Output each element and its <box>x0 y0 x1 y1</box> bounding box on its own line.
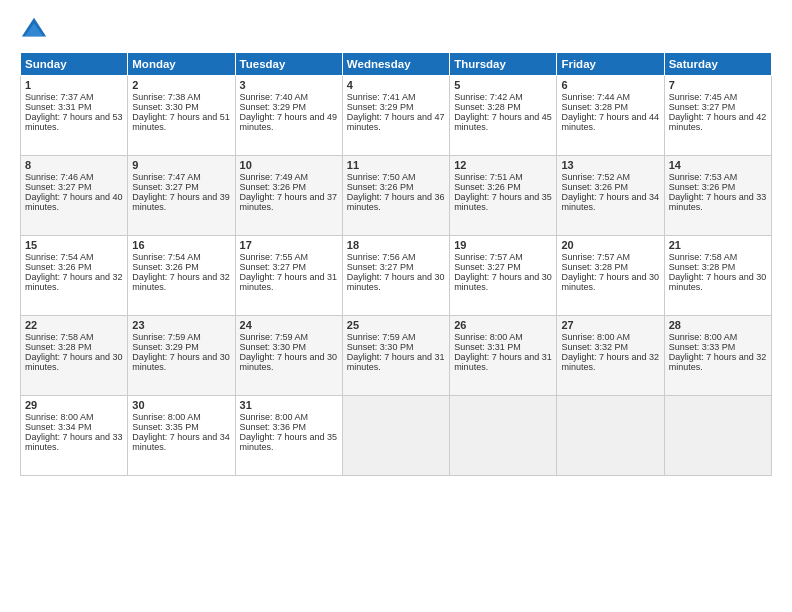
sunrise: Sunrise: 7:54 AM <box>132 252 201 262</box>
header-row: SundayMondayTuesdayWednesdayThursdayFrid… <box>21 53 772 76</box>
sunrise: Sunrise: 8:00 AM <box>25 412 94 422</box>
sunrise: Sunrise: 7:53 AM <box>669 172 738 182</box>
daylight: Daylight: 7 hours and 31 minutes. <box>240 272 338 292</box>
daylight: Daylight: 7 hours and 47 minutes. <box>347 112 445 132</box>
daylight: Daylight: 7 hours and 30 minutes. <box>669 272 767 292</box>
sunrise: Sunrise: 7:44 AM <box>561 92 630 102</box>
sunset: Sunset: 3:28 PM <box>454 102 521 112</box>
sunset: Sunset: 3:29 PM <box>132 342 199 352</box>
sunrise: Sunrise: 7:38 AM <box>132 92 201 102</box>
sunset: Sunset: 3:27 PM <box>240 262 307 272</box>
calendar-cell: 16Sunrise: 7:54 AMSunset: 3:26 PMDayligh… <box>128 236 235 316</box>
day-number: 14 <box>669 159 767 171</box>
sunset: Sunset: 3:34 PM <box>25 422 92 432</box>
calendar-row: 8Sunrise: 7:46 AMSunset: 3:27 PMDaylight… <box>21 156 772 236</box>
day-number: 1 <box>25 79 123 91</box>
calendar-table: SundayMondayTuesdayWednesdayThursdayFrid… <box>20 52 772 476</box>
sunrise: Sunrise: 7:51 AM <box>454 172 523 182</box>
page: SundayMondayTuesdayWednesdayThursdayFrid… <box>0 0 792 612</box>
daylight: Daylight: 7 hours and 33 minutes. <box>25 432 123 452</box>
sunset: Sunset: 3:28 PM <box>25 342 92 352</box>
sunrise: Sunrise: 7:58 AM <box>669 252 738 262</box>
sunset: Sunset: 3:27 PM <box>669 102 736 112</box>
day-number: 2 <box>132 79 230 91</box>
daylight: Daylight: 7 hours and 34 minutes. <box>561 192 659 212</box>
sunset: Sunset: 3:26 PM <box>240 182 307 192</box>
day-number: 3 <box>240 79 338 91</box>
header-cell-saturday: Saturday <box>664 53 771 76</box>
day-number: 13 <box>561 159 659 171</box>
daylight: Daylight: 7 hours and 45 minutes. <box>454 112 552 132</box>
sunrise: Sunrise: 7:42 AM <box>454 92 523 102</box>
day-number: 24 <box>240 319 338 331</box>
day-number: 17 <box>240 239 338 251</box>
sunset: Sunset: 3:28 PM <box>669 262 736 272</box>
header-cell-friday: Friday <box>557 53 664 76</box>
calendar-row: 22Sunrise: 7:58 AMSunset: 3:28 PMDayligh… <box>21 316 772 396</box>
day-number: 20 <box>561 239 659 251</box>
calendar-cell: 31Sunrise: 8:00 AMSunset: 3:36 PMDayligh… <box>235 396 342 476</box>
daylight: Daylight: 7 hours and 35 minutes. <box>454 192 552 212</box>
sunset: Sunset: 3:27 PM <box>347 262 414 272</box>
daylight: Daylight: 7 hours and 30 minutes. <box>347 272 445 292</box>
sunset: Sunset: 3:29 PM <box>347 102 414 112</box>
sunrise: Sunrise: 7:59 AM <box>132 332 201 342</box>
calendar-row: 29Sunrise: 8:00 AMSunset: 3:34 PMDayligh… <box>21 396 772 476</box>
sunrise: Sunrise: 7:40 AM <box>240 92 309 102</box>
day-number: 8 <box>25 159 123 171</box>
sunset: Sunset: 3:36 PM <box>240 422 307 432</box>
calendar-cell: 10Sunrise: 7:49 AMSunset: 3:26 PMDayligh… <box>235 156 342 236</box>
sunset: Sunset: 3:30 PM <box>240 342 307 352</box>
calendar-cell: 1Sunrise: 7:37 AMSunset: 3:31 PMDaylight… <box>21 76 128 156</box>
logo <box>20 16 52 44</box>
sunrise: Sunrise: 7:50 AM <box>347 172 416 182</box>
day-number: 23 <box>132 319 230 331</box>
calendar-cell: 8Sunrise: 7:46 AMSunset: 3:27 PMDaylight… <box>21 156 128 236</box>
sunset: Sunset: 3:31 PM <box>25 102 92 112</box>
daylight: Daylight: 7 hours and 42 minutes. <box>669 112 767 132</box>
sunrise: Sunrise: 7:41 AM <box>347 92 416 102</box>
sunset: Sunset: 3:31 PM <box>454 342 521 352</box>
day-number: 6 <box>561 79 659 91</box>
sunset: Sunset: 3:33 PM <box>669 342 736 352</box>
daylight: Daylight: 7 hours and 39 minutes. <box>132 192 230 212</box>
daylight: Daylight: 7 hours and 35 minutes. <box>240 432 338 452</box>
day-number: 16 <box>132 239 230 251</box>
sunset: Sunset: 3:35 PM <box>132 422 199 432</box>
daylight: Daylight: 7 hours and 51 minutes. <box>132 112 230 132</box>
daylight: Daylight: 7 hours and 30 minutes. <box>25 352 123 372</box>
daylight: Daylight: 7 hours and 30 minutes. <box>561 272 659 292</box>
calendar-cell <box>557 396 664 476</box>
daylight: Daylight: 7 hours and 32 minutes. <box>561 352 659 372</box>
sunrise: Sunrise: 7:57 AM <box>561 252 630 262</box>
sunset: Sunset: 3:26 PM <box>561 182 628 192</box>
sunset: Sunset: 3:26 PM <box>132 262 199 272</box>
daylight: Daylight: 7 hours and 30 minutes. <box>132 352 230 372</box>
day-number: 28 <box>669 319 767 331</box>
daylight: Daylight: 7 hours and 37 minutes. <box>240 192 338 212</box>
calendar-cell: 19Sunrise: 7:57 AMSunset: 3:27 PMDayligh… <box>450 236 557 316</box>
calendar-cell: 5Sunrise: 7:42 AMSunset: 3:28 PMDaylight… <box>450 76 557 156</box>
calendar-cell: 24Sunrise: 7:59 AMSunset: 3:30 PMDayligh… <box>235 316 342 396</box>
sunset: Sunset: 3:32 PM <box>561 342 628 352</box>
sunset: Sunset: 3:27 PM <box>132 182 199 192</box>
sunrise: Sunrise: 7:57 AM <box>454 252 523 262</box>
sunset: Sunset: 3:28 PM <box>561 262 628 272</box>
sunset: Sunset: 3:27 PM <box>25 182 92 192</box>
day-number: 4 <box>347 79 445 91</box>
calendar-cell: 6Sunrise: 7:44 AMSunset: 3:28 PMDaylight… <box>557 76 664 156</box>
calendar-cell: 28Sunrise: 8:00 AMSunset: 3:33 PMDayligh… <box>664 316 771 396</box>
calendar-cell: 15Sunrise: 7:54 AMSunset: 3:26 PMDayligh… <box>21 236 128 316</box>
sunrise: Sunrise: 7:46 AM <box>25 172 94 182</box>
sunset: Sunset: 3:29 PM <box>240 102 307 112</box>
sunrise: Sunrise: 8:00 AM <box>561 332 630 342</box>
calendar-cell <box>342 396 449 476</box>
sunset: Sunset: 3:30 PM <box>132 102 199 112</box>
calendar-cell: 27Sunrise: 8:00 AMSunset: 3:32 PMDayligh… <box>557 316 664 396</box>
daylight: Daylight: 7 hours and 30 minutes. <box>240 352 338 372</box>
daylight: Daylight: 7 hours and 31 minutes. <box>454 352 552 372</box>
sunrise: Sunrise: 8:00 AM <box>132 412 201 422</box>
sunset: Sunset: 3:30 PM <box>347 342 414 352</box>
day-number: 5 <box>454 79 552 91</box>
sunset: Sunset: 3:26 PM <box>25 262 92 272</box>
